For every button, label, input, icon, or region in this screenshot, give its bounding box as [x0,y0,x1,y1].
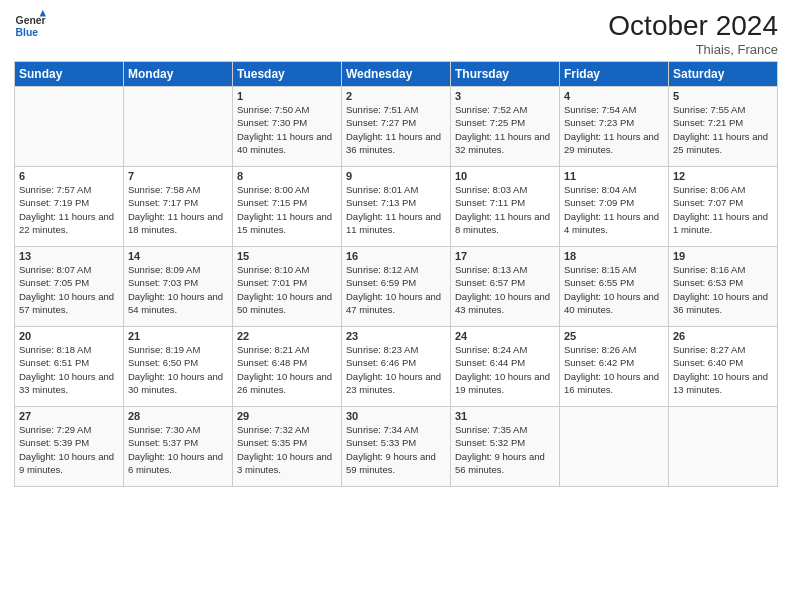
day-cell: 27Sunrise: 7:29 AM Sunset: 5:39 PM Dayli… [15,407,124,487]
day-info: Sunrise: 7:29 AM Sunset: 5:39 PM Dayligh… [19,423,119,476]
day-cell [124,87,233,167]
day-info: Sunrise: 8:10 AM Sunset: 7:01 PM Dayligh… [237,263,337,316]
day-cell: 25Sunrise: 8:26 AM Sunset: 6:42 PM Dayli… [560,327,669,407]
day-number: 30 [346,410,446,422]
location: Thiais, France [608,42,778,57]
day-number: 23 [346,330,446,342]
day-info: Sunrise: 8:24 AM Sunset: 6:44 PM Dayligh… [455,343,555,396]
logo: General Blue [14,10,46,42]
day-number: 1 [237,90,337,102]
day-number: 17 [455,250,555,262]
day-cell: 29Sunrise: 7:32 AM Sunset: 5:35 PM Dayli… [233,407,342,487]
calendar-table: SundayMondayTuesdayWednesdayThursdayFrid… [14,61,778,487]
day-number: 11 [564,170,664,182]
logo-icon: General Blue [14,10,46,42]
day-info: Sunrise: 8:26 AM Sunset: 6:42 PM Dayligh… [564,343,664,396]
day-info: Sunrise: 7:32 AM Sunset: 5:35 PM Dayligh… [237,423,337,476]
month-title: October 2024 [608,10,778,42]
day-info: Sunrise: 7:54 AM Sunset: 7:23 PM Dayligh… [564,103,664,156]
col-header-thursday: Thursday [451,62,560,87]
day-info: Sunrise: 7:57 AM Sunset: 7:19 PM Dayligh… [19,183,119,236]
day-info: Sunrise: 8:18 AM Sunset: 6:51 PM Dayligh… [19,343,119,396]
day-info: Sunrise: 8:12 AM Sunset: 6:59 PM Dayligh… [346,263,446,316]
day-cell: 15Sunrise: 8:10 AM Sunset: 7:01 PM Dayli… [233,247,342,327]
day-info: Sunrise: 7:51 AM Sunset: 7:27 PM Dayligh… [346,103,446,156]
col-header-tuesday: Tuesday [233,62,342,87]
week-row-5: 27Sunrise: 7:29 AM Sunset: 5:39 PM Dayli… [15,407,778,487]
day-info: Sunrise: 8:16 AM Sunset: 6:53 PM Dayligh… [673,263,773,316]
day-info: Sunrise: 7:55 AM Sunset: 7:21 PM Dayligh… [673,103,773,156]
day-number: 28 [128,410,228,422]
day-number: 27 [19,410,119,422]
day-number: 25 [564,330,664,342]
day-cell: 14Sunrise: 8:09 AM Sunset: 7:03 PM Dayli… [124,247,233,327]
day-cell: 23Sunrise: 8:23 AM Sunset: 6:46 PM Dayli… [342,327,451,407]
day-number: 24 [455,330,555,342]
day-number: 29 [237,410,337,422]
week-row-2: 6Sunrise: 7:57 AM Sunset: 7:19 PM Daylig… [15,167,778,247]
day-number: 18 [564,250,664,262]
day-cell: 3Sunrise: 7:52 AM Sunset: 7:25 PM Daylig… [451,87,560,167]
day-info: Sunrise: 8:23 AM Sunset: 6:46 PM Dayligh… [346,343,446,396]
svg-text:General: General [16,15,46,26]
day-number: 10 [455,170,555,182]
header: General Blue October 2024 Thiais, France [14,10,778,57]
day-cell: 6Sunrise: 7:57 AM Sunset: 7:19 PM Daylig… [15,167,124,247]
day-number: 16 [346,250,446,262]
week-row-3: 13Sunrise: 8:07 AM Sunset: 7:05 PM Dayli… [15,247,778,327]
day-cell: 4Sunrise: 7:54 AM Sunset: 7:23 PM Daylig… [560,87,669,167]
header-row: SundayMondayTuesdayWednesdayThursdayFrid… [15,62,778,87]
day-info: Sunrise: 7:50 AM Sunset: 7:30 PM Dayligh… [237,103,337,156]
week-row-1: 1Sunrise: 7:50 AM Sunset: 7:30 PM Daylig… [15,87,778,167]
day-cell: 20Sunrise: 8:18 AM Sunset: 6:51 PM Dayli… [15,327,124,407]
day-number: 9 [346,170,446,182]
day-number: 12 [673,170,773,182]
day-info: Sunrise: 8:09 AM Sunset: 7:03 PM Dayligh… [128,263,228,316]
day-info: Sunrise: 7:35 AM Sunset: 5:32 PM Dayligh… [455,423,555,476]
col-header-friday: Friday [560,62,669,87]
day-cell: 28Sunrise: 7:30 AM Sunset: 5:37 PM Dayli… [124,407,233,487]
day-cell: 22Sunrise: 8:21 AM Sunset: 6:48 PM Dayli… [233,327,342,407]
week-row-4: 20Sunrise: 8:18 AM Sunset: 6:51 PM Dayli… [15,327,778,407]
page-container: General Blue October 2024 Thiais, France… [0,0,792,493]
day-number: 20 [19,330,119,342]
day-number: 8 [237,170,337,182]
day-number: 26 [673,330,773,342]
day-cell: 12Sunrise: 8:06 AM Sunset: 7:07 PM Dayli… [669,167,778,247]
day-number: 4 [564,90,664,102]
day-info: Sunrise: 8:00 AM Sunset: 7:15 PM Dayligh… [237,183,337,236]
day-number: 22 [237,330,337,342]
day-cell: 26Sunrise: 8:27 AM Sunset: 6:40 PM Dayli… [669,327,778,407]
day-number: 31 [455,410,555,422]
day-info: Sunrise: 8:04 AM Sunset: 7:09 PM Dayligh… [564,183,664,236]
day-cell [15,87,124,167]
day-info: Sunrise: 8:01 AM Sunset: 7:13 PM Dayligh… [346,183,446,236]
day-info: Sunrise: 7:52 AM Sunset: 7:25 PM Dayligh… [455,103,555,156]
day-info: Sunrise: 8:03 AM Sunset: 7:11 PM Dayligh… [455,183,555,236]
day-cell: 31Sunrise: 7:35 AM Sunset: 5:32 PM Dayli… [451,407,560,487]
day-number: 19 [673,250,773,262]
title-block: October 2024 Thiais, France [608,10,778,57]
day-number: 5 [673,90,773,102]
day-number: 21 [128,330,228,342]
day-cell: 8Sunrise: 8:00 AM Sunset: 7:15 PM Daylig… [233,167,342,247]
day-cell: 13Sunrise: 8:07 AM Sunset: 7:05 PM Dayli… [15,247,124,327]
day-info: Sunrise: 7:58 AM Sunset: 7:17 PM Dayligh… [128,183,228,236]
col-header-sunday: Sunday [15,62,124,87]
day-info: Sunrise: 8:21 AM Sunset: 6:48 PM Dayligh… [237,343,337,396]
day-cell: 16Sunrise: 8:12 AM Sunset: 6:59 PM Dayli… [342,247,451,327]
day-cell [669,407,778,487]
day-cell: 5Sunrise: 7:55 AM Sunset: 7:21 PM Daylig… [669,87,778,167]
day-number: 7 [128,170,228,182]
day-number: 6 [19,170,119,182]
day-cell: 2Sunrise: 7:51 AM Sunset: 7:27 PM Daylig… [342,87,451,167]
day-number: 14 [128,250,228,262]
day-info: Sunrise: 8:15 AM Sunset: 6:55 PM Dayligh… [564,263,664,316]
day-cell: 17Sunrise: 8:13 AM Sunset: 6:57 PM Dayli… [451,247,560,327]
day-number: 13 [19,250,119,262]
day-number: 3 [455,90,555,102]
day-info: Sunrise: 8:19 AM Sunset: 6:50 PM Dayligh… [128,343,228,396]
day-info: Sunrise: 8:13 AM Sunset: 6:57 PM Dayligh… [455,263,555,316]
svg-text:Blue: Blue [16,27,39,38]
day-cell: 18Sunrise: 8:15 AM Sunset: 6:55 PM Dayli… [560,247,669,327]
